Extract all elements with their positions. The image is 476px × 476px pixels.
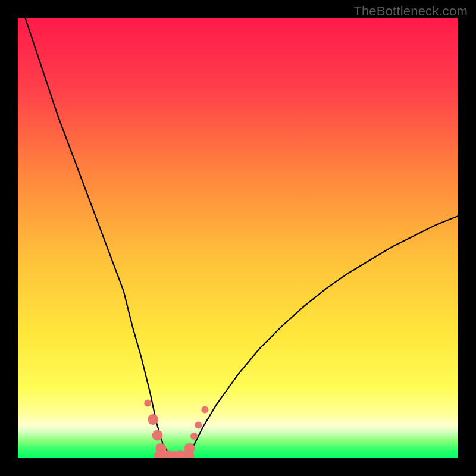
chart-plot-layer bbox=[18, 18, 458, 458]
highlight-marker bbox=[202, 406, 209, 414]
bottleneck-curve bbox=[18, 18, 458, 458]
chart-frame bbox=[18, 18, 458, 458]
watermark-text: TheBottleneck.com bbox=[353, 4, 468, 19]
highlight-marker bbox=[190, 433, 198, 440]
highlight-marker bbox=[195, 422, 202, 429]
highlight-marker bbox=[152, 430, 163, 441]
highlight-marker bbox=[144, 400, 151, 407]
highlight-marker bbox=[184, 443, 195, 454]
highlight-marker bbox=[148, 414, 158, 425]
